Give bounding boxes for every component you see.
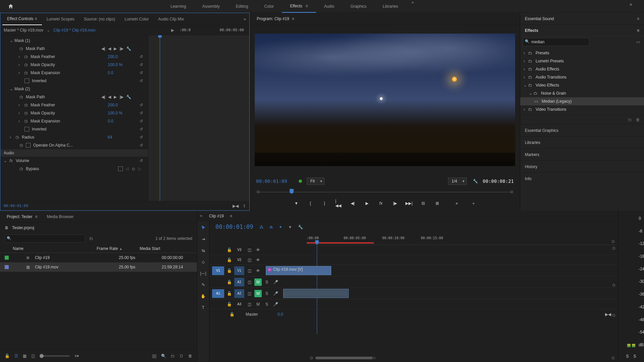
bypass-checkbox[interactable]: [118, 166, 123, 171]
new-custom-bin-icon[interactable]: 🗀: [628, 117, 632, 122]
loop-icon[interactable]: ▶◀: [233, 204, 239, 208]
ws-tab-color[interactable]: Color: [256, 0, 282, 13]
clip-dropdown-icon[interactable]: ⌄: [47, 28, 50, 33]
new-item-icon[interactable]: 🗋: [180, 354, 184, 358]
tree-video-transitions[interactable]: ›🗀Video Transitions: [520, 105, 644, 113]
expand-icon[interactable]: ›: [18, 103, 23, 107]
marker-color-icon[interactable]: ▼: [288, 225, 292, 229]
fx-toggle-icon[interactable]: fx: [378, 200, 384, 207]
current-timecode[interactable]: 00:00:01:09: [256, 178, 287, 184]
collapse-icon[interactable]: ▶◀: [605, 312, 611, 317]
reset-icon[interactable]: ↺: [138, 79, 145, 83]
lock-icon[interactable]: 🔓: [226, 290, 233, 297]
video-track-v3[interactable]: 🔓 V3 ◫ 👁: [209, 245, 618, 255]
ws-tab-editing[interactable]: Editing: [228, 0, 256, 13]
ws-tab-graphics[interactable]: Graphics: [342, 0, 375, 13]
expand-icon[interactable]: ›: [10, 135, 14, 140]
col-frame-rate[interactable]: Frame Rate▴: [97, 246, 140, 251]
scrubber-start-icon[interactable]: [257, 191, 259, 193]
sync-lock-icon[interactable]: ◫: [246, 267, 253, 274]
ripple-edit-tool-icon[interactable]: ⇆: [200, 247, 207, 254]
home-icon[interactable]: [7, 2, 15, 10]
tree-noise-grain[interactable]: ⌄🗀Noise & Grain: [520, 89, 644, 97]
audio-track-a3[interactable]: 🔓 A3 ◫ M S 🎤: [209, 299, 618, 309]
go-to-out-icon[interactable]: ▶▶|: [406, 200, 412, 207]
label-color-swatch[interactable]: [5, 256, 9, 260]
mute-icon[interactable]: M: [254, 290, 262, 297]
add-marker-icon[interactable]: ▼: [293, 200, 300, 207]
sync-lock-icon[interactable]: ◫: [246, 278, 253, 286]
twisty-icon[interactable]: ⌄: [10, 38, 14, 43]
target-clip-label[interactable]: Clip #19 * Clip #19.mov: [53, 28, 95, 33]
slip-tool-icon[interactable]: |↔|: [200, 270, 207, 277]
zoom-fit-dropdown[interactable]: Fit: [307, 177, 325, 185]
stopwatch-icon[interactable]: ◷: [18, 94, 24, 100]
tab-menu-icon[interactable]: ≡: [35, 16, 37, 21]
reset-icon[interactable]: ↺: [138, 158, 145, 163]
settings-wrench-icon[interactable]: 🔧: [473, 179, 478, 184]
lock-icon[interactable]: 🔓: [226, 246, 233, 254]
video-track-v2[interactable]: 🔓 V2 ◫ 👁: [209, 255, 618, 265]
effect-mini-timeline[interactable]: [148, 35, 249, 201]
audio-track-a2[interactable]: A1 🔓 A2 ◫ M S 🎤: [209, 288, 618, 299]
button-editor-icon[interactable]: ＋: [470, 200, 477, 207]
program-tab[interactable]: Program: Clip #19≡: [252, 13, 299, 25]
voiceover-icon[interactable]: 🎤: [272, 278, 279, 286]
video-track-v1[interactable]: V1 🔓 V1 ◫ 👁 fxClip #19.mov [V]: [209, 265, 618, 276]
tree-audio-transitions[interactable]: ›🗀Audio Transitions: [520, 73, 644, 81]
resolution-dropdown[interactable]: 1/4: [448, 177, 467, 185]
stopwatch-icon[interactable]: ◷: [23, 62, 29, 67]
step-forward-icon[interactable]: |▶: [392, 200, 398, 207]
lock-icon[interactable]: 🔓: [226, 256, 233, 264]
solo-icon[interactable]: S: [263, 278, 270, 286]
essential-sound-header[interactable]: Essential Sound ≡: [520, 13, 644, 25]
tree-presets[interactable]: ›🗀Presets: [520, 49, 644, 57]
track-select-tool-icon[interactable]: ⇥: [200, 236, 207, 243]
new-bin-icon[interactable]: 🗀: [171, 354, 175, 358]
track-prev-icon[interactable]: ◀: [108, 95, 111, 99]
track-label[interactable]: V2: [234, 256, 244, 264]
freeform-view-icon[interactable]: ◫: [31, 354, 35, 358]
thumbnail-zoom-slider[interactable]: [40, 355, 70, 357]
tab-audio-clip-mixer[interactable]: Audio Clip Mix: [153, 13, 189, 25]
tree-audio-effects[interactable]: ›🗀Audio Effects: [520, 65, 644, 73]
lift-icon[interactable]: ⊟: [420, 200, 427, 207]
sync-lock-icon[interactable]: ◫: [246, 246, 253, 254]
label-color-swatch[interactable]: [5, 265, 9, 269]
delete-icon[interactable]: 🗑: [636, 117, 640, 122]
voiceover-icon[interactable]: 🎤: [272, 301, 279, 308]
stopwatch-icon[interactable]: ◷: [14, 135, 20, 140]
track-next-icon[interactable]: |▶: [119, 95, 123, 99]
sync-lock-icon[interactable]: ◫: [246, 290, 253, 297]
col-name[interactable]: Name: [13, 246, 97, 251]
mini-playhead[interactable]: [160, 35, 160, 201]
hand-tool-icon[interactable]: ✋: [200, 293, 207, 300]
expand-icon[interactable]: ›: [18, 62, 23, 67]
stopwatch-icon[interactable]: ◷: [23, 110, 29, 116]
stopwatch-icon[interactable]: ◷: [18, 166, 24, 171]
tree-lumetri-presets[interactable]: ›🗀Lumetri Presets: [520, 57, 644, 65]
ws-tab-effects[interactable]: Effects≡: [282, 0, 316, 13]
lock-icon[interactable]: 🔓: [226, 301, 233, 308]
stopwatch-icon[interactable]: ◷: [18, 143, 24, 148]
radius-value[interactable]: 64: [108, 135, 138, 140]
track-label[interactable]: A1: [234, 278, 244, 287]
scrubber-playhead[interactable]: [290, 189, 294, 194]
source-patch-v1[interactable]: V1: [212, 266, 224, 275]
inverted-checkbox[interactable]: [24, 79, 29, 83]
operate-checkbox[interactable]: [26, 143, 31, 148]
track-label[interactable]: V1: [234, 266, 244, 275]
expand-icon[interactable]: ›: [18, 54, 23, 59]
video-clip[interactable]: fxClip #19.mov [V]: [266, 266, 331, 275]
mute-icon[interactable]: M: [254, 278, 262, 286]
kf-prev-icon[interactable]: ◁: [126, 166, 129, 171]
linked-selection-icon[interactable]: ⋒: [269, 225, 273, 229]
source-patch-a1[interactable]: A1: [212, 289, 224, 298]
panel-menu-icon[interactable]: ≡: [637, 28, 639, 33]
tree-video-effects[interactable]: ⌄🗀Video Effects: [520, 81, 644, 89]
eye-icon[interactable]: 👁: [254, 267, 262, 274]
mask1-header[interactable]: ⌄Mask (1): [0, 37, 148, 45]
expansion-value[interactable]: 0.0: [108, 70, 138, 75]
feather-value[interactable]: 200.0: [108, 103, 138, 107]
ws-more-icon[interactable]: »: [411, 0, 414, 13]
